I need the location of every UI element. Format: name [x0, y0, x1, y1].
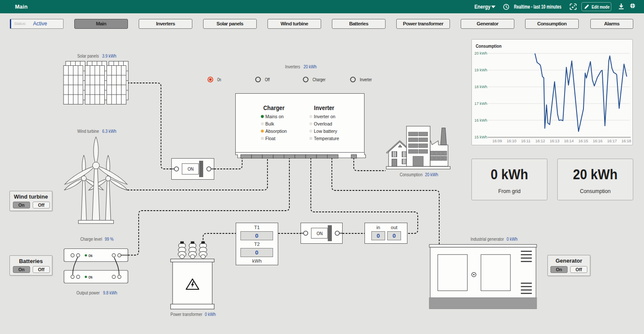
svg-text:Charger: Charger	[313, 77, 325, 82]
svg-text:Absorption: Absorption	[265, 129, 287, 134]
svg-text:Inverter: Inverter	[360, 77, 372, 82]
svg-text:Overload: Overload	[314, 121, 332, 126]
svg-text:Mains on: Mains on	[265, 114, 284, 119]
svg-text:Inverter on: Inverter on	[314, 114, 335, 119]
svg-text:Low battery: Low battery	[314, 129, 337, 134]
svg-text:ON: ON	[317, 231, 323, 236]
svg-text:On: On	[217, 77, 221, 82]
svg-text:Float: Float	[265, 136, 275, 141]
svg-text:Off: Off	[265, 77, 270, 82]
svg-text:ON: ON	[188, 166, 194, 172]
svg-text:Temperature: Temperature	[314, 136, 339, 141]
svg-text:Bulk: Bulk	[265, 121, 274, 126]
